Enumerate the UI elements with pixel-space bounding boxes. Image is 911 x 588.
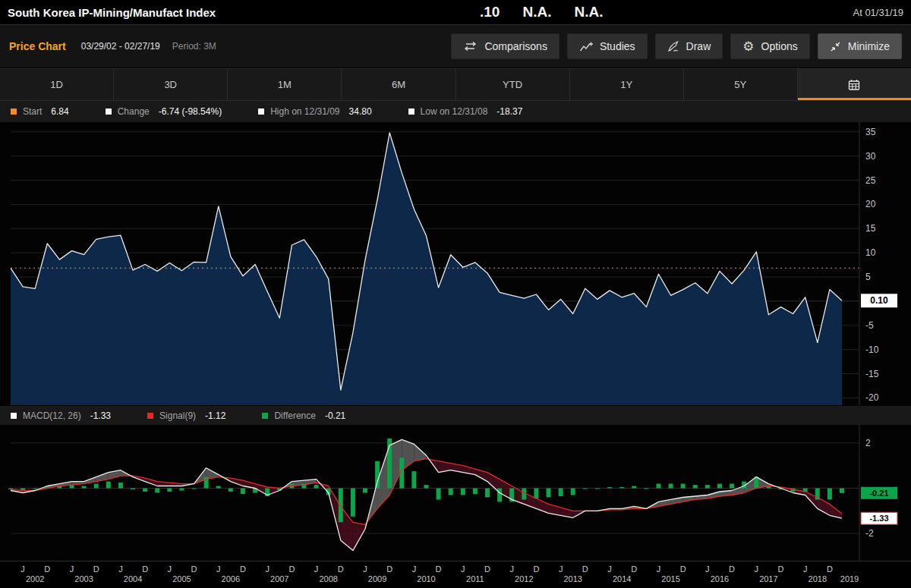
svg-text:10: 10 [865, 247, 876, 258]
x-axis-label: D [484, 564, 490, 574]
x-axis-label: J [657, 564, 661, 574]
bid-value: N.A. [522, 4, 551, 20]
svg-text:25: 25 [865, 175, 876, 186]
comparisons-button[interactable]: Comparisons [451, 33, 559, 59]
chart-toolbar: Price Chart 03/29/02 - 02/27/19 Period: … [0, 25, 911, 68]
chart-type-selector[interactable]: Price Chart [9, 40, 66, 52]
high-marker [258, 108, 264, 115]
svg-text:-0.21: -0.21 [869, 489, 888, 498]
svg-text:30: 30 [865, 151, 876, 162]
draw-button[interactable]: Draw [655, 33, 723, 59]
tab-5y[interactable]: 5Y [684, 68, 798, 100]
options-gear-icon: ⚙ [742, 40, 754, 53]
x-axis-label: 2016 [711, 574, 729, 583]
svg-text:2: 2 [865, 438, 871, 448]
studies-chart-icon [579, 41, 593, 52]
difference-marker [262, 413, 268, 419]
x-axis-label: J [509, 564, 514, 574]
price-chart-canvas[interactable]: 3530252015105-5-10-15-200.10 [0, 122, 911, 405]
x-axis-label: J [216, 564, 221, 574]
x-axis-label: 2006 [222, 574, 240, 583]
x-axis-label: 2009 [368, 574, 386, 583]
svg-text:-1.33: -1.33 [869, 514, 888, 523]
tab-3d[interactable]: 3D [114, 68, 228, 100]
x-axis-label: 2012 [515, 574, 533, 583]
x-axis-label: D [729, 564, 735, 574]
svg-text:35: 35 [865, 127, 876, 137]
low-marker [408, 108, 415, 115]
svg-text:20: 20 [865, 199, 876, 209]
top-bar: South Korea IP-Mining/Manufact Index .10… [0, 0, 911, 25]
x-axis: JD2002JD2003JD2004JD2005JD2006JD2007JD20… [0, 561, 911, 588]
legend-high: High on 12/31/09 34.80 [258, 106, 371, 117]
legend-signal: Signal(9) -1.12 [147, 410, 225, 421]
svg-text:-10: -10 [865, 344, 879, 355]
svg-text:15: 15 [865, 223, 876, 234]
legend-change: Change -6.74 (-98.54%) [106, 106, 222, 117]
tab-1d[interactable]: 1D [0, 68, 114, 100]
x-axis-label: J [755, 564, 759, 574]
x-axis-label: D [240, 564, 246, 574]
x-axis-label: J [70, 564, 74, 574]
x-axis-label: 2017 [759, 574, 777, 583]
x-axis-label: D [142, 564, 148, 574]
svg-text:-20: -20 [865, 392, 879, 403]
tab-1m[interactable]: 1M [228, 68, 342, 100]
x-axis-label: D [338, 564, 344, 574]
macd-legend: MACD(12, 26) -1.33 Signal(9) -1.12 Diffe… [0, 405, 911, 425]
period-field[interactable]: Period: 3M [172, 41, 216, 52]
svg-text:5: 5 [865, 272, 871, 282]
signal-marker [147, 413, 153, 419]
x-axis-label: J [705, 564, 710, 574]
studies-button[interactable]: Studies [567, 33, 648, 59]
x-axis-label: D [778, 564, 784, 574]
x-axis-label: D [288, 564, 295, 574]
x-axis-label: J [803, 564, 808, 574]
x-axis-label: D [582, 564, 588, 574]
start-marker [11, 108, 17, 115]
x-axis-label: J [20, 564, 25, 574]
options-button[interactable]: ⚙ Options [730, 33, 810, 59]
x-axis-label: 2003 [74, 574, 93, 583]
range-tabs: 1D 3D 1M 6M YTD 1Y 5Y [0, 68, 911, 101]
tab-calendar[interactable] [798, 68, 911, 100]
legend-difference: Difference -0.21 [262, 410, 345, 421]
x-axis-label: 2005 [172, 574, 191, 583]
ask-value: N.A. [574, 4, 603, 20]
as-of-date: At 01/31/19 [853, 7, 904, 18]
macd-marker [11, 413, 17, 419]
draw-pen-icon [667, 40, 679, 52]
x-axis-label: D [827, 564, 833, 574]
x-axis-label: 2008 [319, 574, 337, 583]
tab-ytd[interactable]: YTD [456, 68, 570, 100]
x-axis-label: J [607, 564, 612, 574]
x-axis-label: 2011 [466, 574, 484, 583]
last-value: .10 [480, 4, 500, 20]
macd-chart-svg: 2-2-0.21-1.33 [0, 425, 911, 561]
security-values: .10 N.A. N.A. [480, 0, 603, 24]
x-axis-label: D [93, 564, 99, 574]
x-axis-label: J [118, 564, 123, 574]
minimize-button[interactable]: Minimize [818, 33, 902, 59]
tab-6m[interactable]: 6M [342, 68, 456, 100]
legend-start: Start 6.84 [11, 106, 69, 117]
date-range-field[interactable]: 03/29/02 - 02/27/19 [81, 41, 160, 52]
x-axis-label: J [461, 564, 465, 574]
toolbar-buttons: Comparisons Studies Draw ⚙ Options Minim… [451, 33, 902, 59]
x-axis-label: 2018 [809, 574, 827, 583]
x-axis-label: J [559, 564, 563, 574]
x-axis-label: D [533, 564, 539, 574]
macd-chart-canvas[interactable]: 2-2-0.21-1.33 [0, 425, 911, 561]
x-axis-label: J [412, 564, 417, 574]
x-axis-label: J [363, 564, 367, 574]
legend-macd: MACD(12, 26) -1.33 [11, 410, 111, 421]
terminal-window: South Korea IP-Mining/Manufact Index .10… [0, 0, 911, 588]
x-axis-label: 2019 [840, 574, 859, 583]
tab-1y[interactable]: 1Y [570, 68, 684, 100]
x-axis-label: 2013 [563, 574, 582, 583]
price-chart-svg: 3530252015105-5-10-15-200.10 [0, 122, 911, 405]
minimize-arrows-icon [830, 41, 841, 52]
x-axis-label: D [631, 564, 637, 574]
x-axis-label: 2010 [417, 574, 435, 583]
x-axis-label: 2004 [124, 574, 142, 583]
